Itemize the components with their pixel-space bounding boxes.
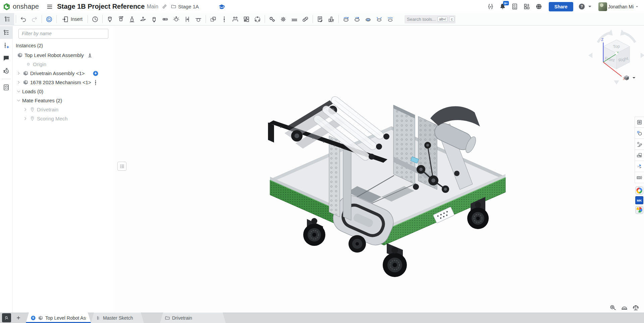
undo-icon[interactable] — [18, 14, 29, 24]
instances-tree: Top Level Robot AssemblyOriginDrivetrain… — [13, 51, 114, 123]
versions-pinwheel-icon[interactable] — [635, 161, 644, 172]
tangent-mate-icon[interactable] — [193, 14, 204, 24]
part-studio-icon — [96, 315, 101, 321]
revolute-mate-icon[interactable] — [115, 14, 126, 24]
tree-row-mate-features-2[interactable]: Mate Features (2) — [13, 96, 114, 105]
tree-row-label: Loads (0) — [22, 89, 43, 94]
hamburger-menu-icon[interactable] — [46, 3, 53, 10]
tree-row-1678-2023-mechanism-1[interactable]: 1678 2023 Mechanism <1> — [13, 78, 114, 87]
app-store-icon[interactable] — [523, 3, 530, 10]
belt-relation-icon[interactable] — [300, 14, 311, 24]
filter-input[interactable] — [18, 29, 108, 39]
screw-relation-icon[interactable] — [278, 14, 289, 24]
chevron-right-icon[interactable] — [22, 107, 28, 112]
chevron-right-icon[interactable] — [16, 71, 21, 75]
mate-connector-dotted-icon[interactable] — [93, 79, 99, 86]
assembly-instances-icon[interactable] — [0, 13, 14, 25]
robot-assembly-model[interactable] — [263, 86, 513, 290]
tree-row-loads-0[interactable]: Loads (0) — [13, 87, 114, 96]
display-states-icon[interactable] — [363, 14, 374, 24]
tree-row-scoring-mech[interactable]: Scoring Mech — [13, 114, 114, 123]
assembly-instances-tree-icon[interactable] — [0, 26, 13, 39]
chevron-down-icon[interactable] — [16, 98, 21, 103]
configurations-panel-icon[interactable] — [635, 128, 644, 139]
app-pinwheel-icon[interactable] — [635, 206, 644, 214]
group-parts-icon[interactable] — [208, 14, 219, 24]
ball-mate-icon[interactable] — [171, 14, 182, 24]
chevron-down-icon[interactable] — [16, 89, 21, 94]
tree-row-top-level-robot-assembly[interactable]: Top Level Robot Assembly — [13, 51, 114, 60]
view-cube-top-label: Top — [613, 44, 620, 49]
gear-relation-icon[interactable] — [267, 14, 278, 24]
circular-pattern-icon[interactable] — [252, 14, 263, 24]
protractor-icon[interactable] — [621, 304, 628, 311]
parallel-mate-icon[interactable] — [182, 14, 193, 24]
rollback-icon[interactable] — [90, 14, 101, 24]
history-stopwatch-icon[interactable] — [0, 64, 13, 77]
app-color-wheel-icon[interactable] — [635, 186, 644, 195]
help-menu[interactable]: ? — [578, 3, 593, 10]
app-mk-icon[interactable]: MK — [635, 196, 644, 205]
add-tab-button[interactable] — [14, 313, 23, 322]
bill-of-materials-icon[interactable] — [315, 14, 326, 24]
comments-icon[interactable] — [0, 52, 13, 64]
tree-row-origin[interactable]: Origin — [13, 60, 114, 69]
insert-icon[interactable]: Insert — [58, 14, 86, 24]
language-globe-icon[interactable] — [535, 3, 542, 10]
slider-mate-icon[interactable] — [126, 14, 138, 24]
chevron-right-icon[interactable] — [22, 116, 28, 121]
search-tools-box[interactable]: Search tools... alt+/ c — [405, 15, 455, 23]
checklist-panel-icon[interactable] — [0, 81, 13, 94]
user-menu[interactable]: Jonathan Mi — [598, 2, 639, 11]
tab-label: Master Sketch — [103, 315, 133, 321]
cylindrical-mate-icon[interactable] — [149, 14, 160, 24]
rack-pinion-relation-icon[interactable] — [289, 14, 300, 24]
pin-slot-mate-icon[interactable] — [160, 14, 171, 24]
tab-master-sketch[interactable]: Master Sketch — [91, 313, 144, 323]
snapshot-icon[interactable] — [340, 14, 352, 24]
chevron-down-icon — [586, 3, 593, 10]
onshape-logo[interactable]: onshape — [3, 3, 39, 11]
folder-breadcrumb[interactable]: Stage 1A — [171, 4, 199, 9]
link-icon[interactable] — [162, 4, 167, 9]
chevron-right-icon[interactable] — [16, 80, 21, 85]
tape-measure-icon[interactable] — [609, 304, 616, 311]
tree-row-drivetrain[interactable]: Drivetrain — [13, 105, 114, 114]
learning-center-icon[interactable] — [218, 3, 225, 10]
update-available-icon[interactable] — [93, 70, 99, 76]
appearance-loop-icon[interactable] — [374, 14, 385, 24]
workspace-name[interactable]: Main — [147, 4, 158, 10]
planar-mate-icon[interactable] — [138, 14, 149, 24]
instances-header-label: Instances (2) — [16, 43, 43, 48]
share-button[interactable]: Share — [549, 2, 573, 11]
mate-connector-add-icon[interactable] — [0, 39, 13, 52]
mate-icon[interactable] — [44, 14, 55, 24]
replicate-icon[interactable] — [230, 14, 241, 24]
viewport-3d[interactable]: Top Front Right Z X Y MK — [114, 25, 644, 313]
tab-drivetrain[interactable]: Drivetrain — [160, 313, 226, 323]
tab-manager-icon[interactable] — [2, 313, 11, 322]
toolbar-divider — [102, 15, 103, 23]
view-options-menu[interactable] — [623, 74, 637, 81]
mate-connector-icon[interactable] — [219, 14, 230, 24]
tasks-checklist-icon[interactable] — [511, 3, 518, 10]
featurescript-braces-icon[interactable] — [487, 3, 494, 10]
panel-collapse-handle[interactable] — [117, 162, 126, 171]
featurescript-notices-icon[interactable] — [635, 172, 644, 183]
bom-panel-icon[interactable] — [635, 117, 644, 128]
mass-properties-icon[interactable] — [632, 304, 639, 311]
anchor-icon[interactable] — [87, 53, 93, 58]
linear-pattern-icon[interactable] — [241, 14, 252, 24]
right-panel-strip — [635, 117, 644, 183]
fastened-mate-icon[interactable] — [104, 14, 115, 24]
tab-top-level-robot-ass[interactable]: Top Level Robot Ass... — [26, 313, 91, 323]
exploded-view-icon[interactable] — [326, 14, 337, 24]
notifications-bell-icon[interactable]: 9+ — [499, 3, 506, 10]
tree-row-label: Top Level Robot Assembly — [24, 52, 84, 58]
appearance-panel-icon[interactable] — [635, 139, 644, 150]
named-views-panel-icon[interactable] — [635, 150, 644, 161]
tree-row-drivetrain-assembly-1[interactable]: Drivetrain Assembly <1> — [13, 69, 114, 78]
section-loop-icon[interactable] — [385, 14, 396, 24]
redo-icon[interactable] — [29, 14, 40, 24]
named-positions-icon[interactable] — [352, 14, 363, 24]
